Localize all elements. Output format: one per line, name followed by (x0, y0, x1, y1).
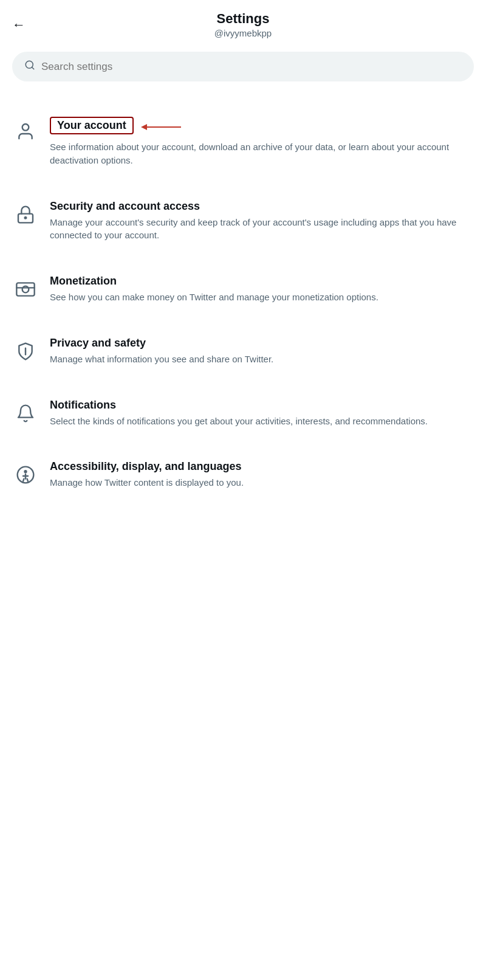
notifications-content: Notifications Select the kinds of notifi… (50, 399, 474, 428)
settings-list: Your account See information about your … (0, 97, 486, 509)
settings-item-accessibility[interactable]: Accessibility, display, and languages Ma… (0, 447, 486, 503)
privacy-title: Privacy and safety (50, 337, 474, 350)
svg-point-4 (25, 217, 27, 219)
page-title: Settings (214, 11, 272, 27)
shield-icon (12, 338, 39, 365)
arrow-line (145, 126, 181, 128)
bell-icon (12, 400, 39, 427)
settings-item-notifications[interactable]: Notifications Select the kinds of notifi… (0, 385, 486, 441)
privacy-desc: Manage what information you see and shar… (50, 353, 474, 366)
person-icon (12, 118, 39, 145)
accessibility-title: Accessibility, display, and languages (50, 460, 474, 473)
your-account-desc: See information about your account, down… (50, 140, 474, 167)
your-account-content: Your account See information about your … (50, 117, 474, 167)
accessibility-desc: Manage how Twitter content is displayed … (50, 476, 474, 489)
your-account-title-row: Your account (50, 117, 474, 137)
monetization-title: Monetization (50, 275, 474, 288)
notifications-title: Notifications (50, 399, 474, 412)
money-icon (12, 276, 39, 303)
notifications-desc: Select the kinds of notifications you ge… (50, 415, 474, 428)
settings-item-monetization[interactable]: Monetization See how you can make money … (0, 261, 486, 317)
security-title: Security and account access (50, 200, 474, 213)
settings-header: ← Settings @ivyymebkpp (0, 0, 486, 44)
settings-item-security[interactable]: Security and account access Manage your … (0, 187, 486, 256)
monetization-content: Monetization See how you can make money … (50, 275, 474, 304)
svg-line-1 (32, 67, 33, 69)
settings-item-your-account[interactable]: Your account See information about your … (0, 103, 486, 181)
privacy-content: Privacy and safety Manage what informati… (50, 337, 474, 366)
monetization-desc: See how you can make money on Twitter an… (50, 291, 474, 304)
back-button[interactable]: ← (12, 18, 26, 32)
search-bar[interactable] (12, 52, 474, 81)
search-bar-container (0, 44, 486, 91)
arrow-annotation (145, 126, 181, 128)
svg-line-15 (27, 479, 28, 481)
settings-item-privacy[interactable]: Privacy and safety Manage what informati… (0, 323, 486, 379)
your-account-title: Your account (50, 117, 134, 134)
security-desc: Manage your account's security and keep … (50, 216, 474, 243)
lock-icon (12, 201, 39, 228)
accessibility-content: Accessibility, display, and languages Ma… (50, 460, 474, 489)
search-icon (24, 60, 35, 74)
svg-point-2 (22, 124, 29, 131)
svg-rect-5 (16, 283, 34, 295)
search-input[interactable] (41, 61, 462, 73)
username-label: @ivyymebkpp (214, 28, 272, 38)
header-center: Settings @ivyymebkpp (214, 11, 272, 38)
accessibility-icon (12, 461, 39, 488)
svg-point-11 (24, 470, 27, 473)
security-content: Security and account access Manage your … (50, 200, 474, 243)
svg-line-14 (23, 479, 24, 481)
